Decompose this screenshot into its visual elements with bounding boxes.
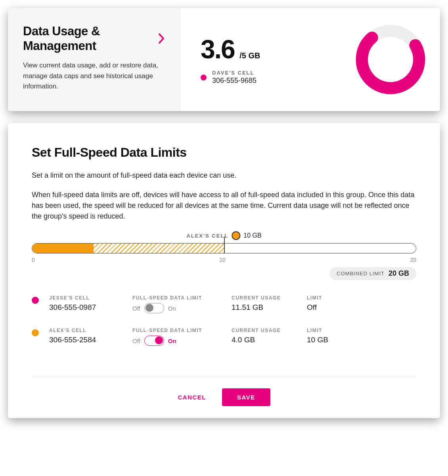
usage-donut-chart: [353, 22, 428, 97]
data-usage-header[interactable]: Data Usage & Management View current dat…: [8, 8, 181, 111]
slider-track[interactable]: [32, 243, 416, 253]
combined-limit-value: 20 GB: [389, 269, 409, 278]
body-text: When full-speed data limits are off, dev…: [32, 190, 416, 222]
page-title: Set Full-Speed Data Limits: [32, 145, 416, 160]
combined-limit-badge: COMBINED LIMIT 20 GB: [329, 267, 416, 280]
device-name: DAVE'S CELL: [212, 70, 257, 76]
device-phone: 306-555-0987: [49, 303, 124, 312]
scale-max: 20: [410, 257, 416, 263]
cancel-button[interactable]: CANCEL: [178, 394, 206, 401]
data-limits-card: Set Full-Speed Data Limits Set a limit o…: [8, 123, 440, 418]
slider-scale: 0 10 20: [32, 257, 416, 263]
device-name: JESSE'S CELL: [49, 295, 124, 301]
usage-amount: 3.6: [201, 34, 235, 64]
usage-label: CURRENT USAGE: [232, 295, 299, 301]
usage-label: CURRENT USAGE: [232, 328, 299, 333]
marker-value: 10 GB: [243, 232, 261, 239]
scale-mid: 10: [219, 257, 226, 263]
device-row: JESSE'S CELL 306-555-0987 FULL-SPEED DAT…: [32, 288, 416, 321]
usage-total: /5 GB: [239, 51, 260, 60]
combined-limit-label: COMBINED LIMIT: [337, 271, 385, 276]
lead-text: Set a limit on the amount of full-speed …: [32, 170, 416, 181]
data-usage-card: Data Usage & Management View current dat…: [8, 8, 440, 111]
device-color-dot: [201, 75, 207, 81]
device-name: ALEX'S CELL: [49, 328, 124, 333]
limit-label: LIMIT: [307, 295, 370, 301]
slider-handle-icon[interactable]: [232, 231, 240, 240]
marker-device-name: ALEX'S CELL: [186, 233, 228, 239]
toggle-label: FULL-SPEED DATA LIMIT: [132, 328, 224, 333]
save-button[interactable]: SAVE: [222, 388, 270, 406]
usage-value: 11.51 GB: [232, 303, 299, 312]
section-title: Data Usage & Management: [23, 24, 151, 53]
slider-used-fill: [32, 244, 94, 253]
toggle-label: FULL-SPEED DATA LIMIT: [132, 295, 224, 301]
device-color-dot: [32, 297, 39, 304]
device-phone: 306-555-9685: [212, 77, 257, 85]
limit-value: 10 GB: [307, 336, 370, 344]
section-description: View current data usage, add or restore …: [23, 60, 166, 92]
data-limit-toggle[interactable]: [144, 303, 164, 313]
data-limit-toggle[interactable]: [144, 336, 164, 346]
toggle-on-text: On: [168, 338, 176, 344]
action-footer: CANCEL SAVE: [32, 377, 416, 406]
limit-value: Off: [307, 303, 370, 312]
toggle-off-text: Off: [132, 338, 140, 344]
device-color-dot: [32, 329, 39, 336]
slider-marker: ALEX'S CELL 10 GB: [186, 231, 261, 240]
limit-label: LIMIT: [307, 328, 370, 333]
device-list: JESSE'S CELL 306-555-0987 FULL-SPEED DAT…: [32, 288, 416, 353]
toggle-on-text: On: [168, 305, 176, 312]
usage-summary: 3.6 /5 GB DAVE'S CELL 306-555-9685: [181, 8, 440, 111]
device-row: ALEX'S CELL 306-555-2584 FULL-SPEED DATA…: [32, 321, 416, 353]
chevron-right-icon: [158, 33, 166, 46]
limit-slider[interactable]: ALEX'S CELL 10 GB 0 10 20 COMBINED LIMIT…: [32, 243, 416, 280]
scale-min: 0: [32, 257, 35, 263]
usage-value: 4.0 GB: [232, 336, 299, 344]
toggle-off-text: Off: [132, 305, 140, 312]
device-phone: 306-555-2584: [49, 336, 124, 344]
